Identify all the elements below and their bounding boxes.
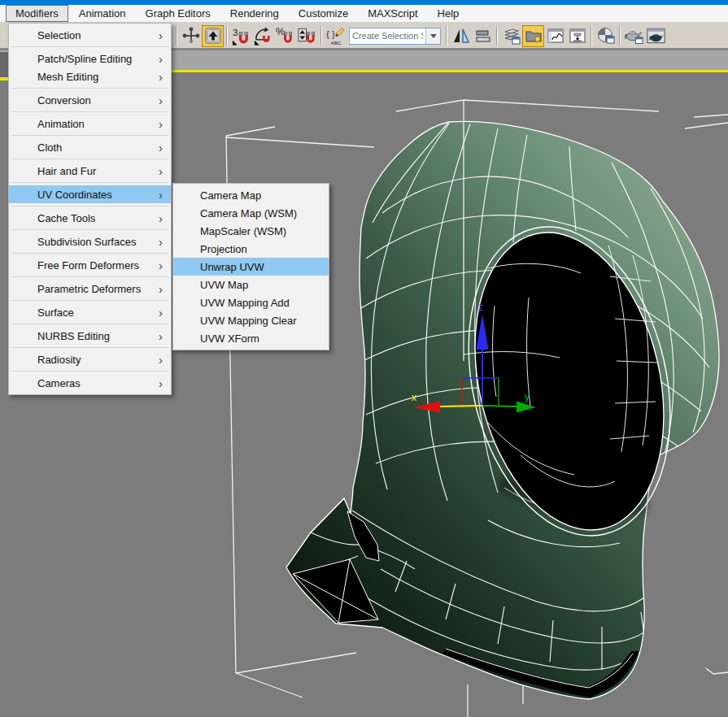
gizmo-y-label: y (525, 391, 530, 402)
mirror-icon (451, 26, 471, 46)
modifiers-menu: Selection › Patch/Spline Editing › Mesh … (8, 23, 172, 395)
rendered-frame-window-button[interactable] (645, 25, 667, 47)
menu-item-mesh-editing[interactable]: Mesh Editing › (9, 67, 171, 85)
menu-separator (9, 133, 171, 138)
transform-gizmo[interactable]: x y z (412, 302, 536, 413)
curve-editor-icon (546, 26, 565, 46)
submenu-chevron-icon: › (159, 212, 163, 224)
menu-item-cloth[interactable]: Cloth › (9, 138, 171, 156)
svg-text:{ }: { } (326, 29, 335, 39)
gizmo-z-label: z (478, 302, 483, 313)
toolbar-separator (226, 26, 228, 46)
submenu-item-unwrap-uvw[interactable]: Unwrap UVW (173, 258, 329, 276)
render-setup-icon (624, 25, 644, 46)
snap-3d-icon: 3 (231, 25, 251, 46)
combobox-dropdown-button[interactable] (425, 28, 440, 44)
submenu-chevron-icon: › (159, 283, 163, 295)
angle-snap-button[interactable] (252, 25, 274, 47)
menu-item-conversion[interactable]: Conversion › (9, 91, 171, 109)
menubar-item-customize[interactable]: Customize (290, 6, 357, 21)
svg-text:%: % (276, 26, 285, 37)
menu-separator (9, 109, 171, 115)
hood-wireframe (286, 122, 709, 670)
submenu-item-projection[interactable]: Projection (173, 240, 329, 258)
menu-separator (9, 203, 171, 209)
left-edge-viewport-border (0, 77, 8, 80)
menu-separator (9, 274, 171, 280)
menubar-item-help[interactable]: Help (429, 6, 469, 21)
uv-coordinates-submenu: Camera Map Camera Map (WSM) MapScaler (W… (172, 183, 329, 350)
menu-item-animation[interactable]: Animation › (9, 115, 171, 133)
submenu-chevron-icon: › (159, 330, 163, 342)
submenu-item-mapscaler-wsm[interactable]: MapScaler (WSM) (173, 222, 329, 240)
menubar-item-animation[interactable]: Animation (70, 6, 135, 21)
material-editor-button[interactable] (595, 25, 617, 47)
toolbar-separator (496, 26, 498, 46)
menu-item-selection[interactable]: Selection › (9, 26, 171, 44)
container-explorer-button[interactable] (522, 25, 544, 47)
layer-manager-icon (502, 26, 521, 46)
left-edge-panel-sliver (0, 52, 8, 77)
curve-editor-button[interactable] (544, 25, 566, 47)
angle-snap-icon (253, 25, 273, 46)
toolbar-separator (619, 26, 621, 46)
menu-item-surface[interactable]: Surface › (9, 303, 171, 321)
chin-shadow (496, 475, 648, 519)
snap-toggle-3d-button[interactable]: 3 (230, 25, 252, 47)
menu-item-uv-coordinates[interactable]: UV Coordinates › (9, 185, 171, 203)
menu-item-hair-and-fur[interactable]: Hair and Fur › (9, 162, 171, 180)
menu-item-radiosity[interactable]: Radiosity › (9, 350, 171, 368)
menu-item-cache-tools[interactable]: Cache Tools › (9, 209, 171, 227)
menubar-item-rendering[interactable]: Rendering (221, 6, 288, 21)
menu-item-cameras[interactable]: Cameras › (9, 374, 171, 392)
submenu-chevron-icon: › (159, 141, 163, 154)
submenu-chevron-icon: › (159, 236, 163, 248)
menu-separator (9, 85, 171, 91)
submenu-item-uvw-xform[interactable]: UVW XForm (173, 329, 329, 347)
align-button[interactable] (472, 25, 494, 47)
submenu-item-camera-map[interactable]: Camera Map (173, 186, 329, 204)
menu-item-nurbs-editing[interactable]: NURBS Editing › (9, 327, 171, 345)
submenu-chevron-icon: › (159, 71, 163, 83)
keyboard-shortcut-override-button[interactable] (202, 25, 224, 47)
submenu-item-camera-map-wsm[interactable]: Camera Map (WSM) (173, 204, 329, 222)
menu-item-parametric-deformers[interactable]: Parametric Deformers › (9, 280, 171, 298)
render-setup-button[interactable] (623, 25, 645, 47)
submenu-chevron-icon: › (159, 306, 163, 319)
menu-item-free-form-deformers[interactable]: Free Form Deformers › (9, 256, 171, 274)
svg-text:3: 3 (233, 28, 238, 37)
hood-mesh[interactable] (286, 121, 719, 699)
chevron-down-icon (430, 34, 437, 41)
layer-manager-button[interactable] (500, 25, 522, 47)
schematic-view-button[interactable] (566, 25, 588, 47)
gizmo-x-axis[interactable] (440, 406, 482, 406)
toolbar-separator (320, 26, 322, 46)
submenu-chevron-icon: › (159, 53, 163, 65)
submenu-item-uvw-mapping-clear[interactable]: UVW Mapping Clear (173, 311, 329, 329)
collar-underside-band (443, 648, 639, 697)
opening-interior-wireframe (464, 246, 657, 487)
menu-separator (9, 298, 171, 303)
toolbar-separator (591, 26, 592, 46)
menu-item-patch-spline-editing[interactable]: Patch/Spline Editing › (9, 50, 171, 67)
menu-separator (9, 250, 171, 256)
submenu-chevron-icon: › (159, 29, 163, 41)
submenu-item-uvw-map[interactable]: UVW Map (173, 276, 329, 293)
schematic-view-icon (568, 26, 587, 46)
menubar-item-maxscript[interactable]: MAXScript (359, 6, 426, 21)
mirror-button[interactable] (450, 25, 472, 47)
menu-separator (9, 227, 171, 232)
submenu-item-uvw-mapping-add[interactable]: UVW Mapping Add (173, 293, 329, 311)
edit-named-selection-sets-button[interactable]: { } ABC (325, 25, 347, 47)
named-selection-input[interactable] (350, 29, 425, 43)
menubar-item-modifiers[interactable]: Modifiers (6, 5, 68, 22)
menubar-item-graph-editors[interactable]: Graph Editors (137, 6, 220, 21)
named-selection-combobox[interactable] (349, 28, 441, 45)
menu-separator (9, 345, 171, 350)
gizmo-y-axis[interactable] (482, 406, 517, 406)
align-icon (473, 26, 493, 46)
spinner-snap-button[interactable] (296, 25, 318, 47)
menu-item-subdivision-surfaces[interactable]: Subdivision Surfaces › (9, 232, 171, 250)
percent-snap-button[interactable]: % (274, 25, 296, 47)
select-and-manipulate-button[interactable] (180, 25, 202, 47)
